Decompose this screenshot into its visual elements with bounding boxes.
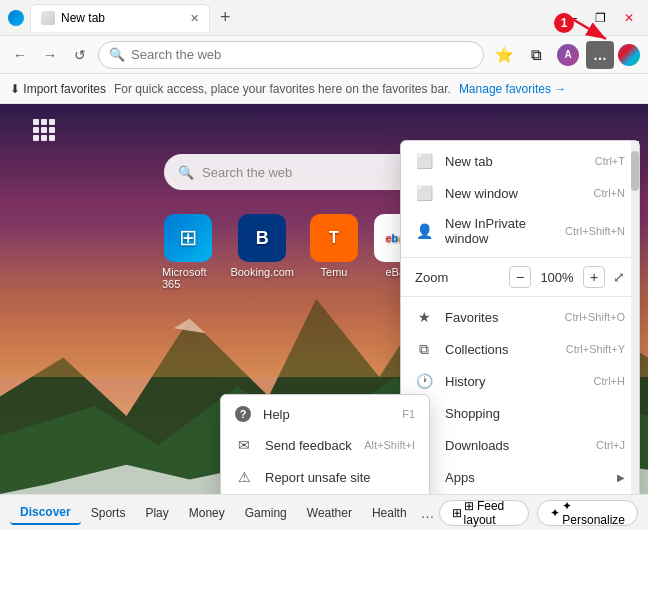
zoom-in-button[interactable]: + [583,266,605,288]
play-label: Play [145,506,168,520]
refresh-button[interactable]: ↺ [68,43,92,67]
submenu-item-help[interactable]: ? Help F1 [221,399,429,429]
search-box-placeholder: Search the web [202,165,292,180]
menu-item-downloads[interactable]: ⬇ Downloads Ctrl+J [401,429,639,461]
app-icon-microsoft365: ⊞ [164,214,212,262]
bottom-nav-health[interactable]: Health [362,502,417,524]
submenu-item-whats-new[interactable]: ✦ What's new and tips [221,493,429,494]
back-button[interactable]: ← [8,43,32,67]
submenu-label-report-unsafe: Report unsafe site [265,470,371,485]
more-button[interactable]: … [586,41,614,69]
zoom-out-button[interactable]: − [509,266,531,288]
active-tab[interactable]: New tab ✕ [30,4,210,32]
forward-button[interactable]: → [38,43,62,67]
bottom-nav-gaming[interactable]: Gaming [235,502,297,524]
menu-scrollbar[interactable] [631,141,639,494]
favorites-button[interactable]: ⭐ [490,41,518,69]
shortcut-new-tab: Ctrl+T [595,155,625,167]
menu-label-inprivate: New InPrivate window [445,216,553,246]
bottom-nav-play[interactable]: Play [135,502,178,524]
menu-item-apps[interactable]: ⊞ Apps ▶ [401,461,639,493]
menu-item-history[interactable]: 🕐 History Ctrl+H [401,365,639,397]
zoom-controls: − 100% + ⤢ [509,266,625,288]
menu-divider-2 [401,296,639,297]
zoom-value: 100% [539,270,575,285]
weather-label: Weather [307,506,352,520]
menu-item-zoom: Zoom − 100% + ⤢ [401,262,639,292]
browser-logo [8,10,24,26]
app-icon-booking: B [238,214,286,262]
edge-color-button[interactable] [618,44,640,66]
search-box-icon: 🔍 [178,165,194,180]
apps-submenu-arrow: ▶ [617,472,625,483]
money-label: Money [189,506,225,520]
history-menu-icon: 🕐 [415,372,433,390]
feed-layout-label: ⊞ Feed layout [464,499,517,527]
bottom-nav-money[interactable]: Money [179,502,235,524]
menu-label-shopping: Shopping [445,406,500,421]
menu-item-extensions[interactable]: 🧩 Extensions [401,493,639,494]
app-temu[interactable]: T Temu [310,214,358,290]
help-feedback-submenu: ? Help F1 ✉ Send feedback Alt+Shift+I ⚠ … [220,394,430,494]
new-tab-icon: ⬜ [415,152,433,170]
app-label-temu: Temu [321,266,348,278]
shortcut-downloads: Ctrl+J [596,439,625,451]
shortcut-help: F1 [402,408,415,420]
close-window-button[interactable]: ✕ [618,11,640,25]
menu-label-new-window: New window [445,186,518,201]
bottom-nav-sports[interactable]: Sports [81,502,136,524]
favorites-menu-icon: ★ [415,308,433,326]
menu-item-shopping[interactable]: 🛍 Shopping [401,397,639,429]
menu-item-inprivate[interactable]: 👤 New InPrivate window Ctrl+Shift+N [401,209,639,253]
shortcut-collections: Ctrl+Shift+Y [566,343,625,355]
feed-layout-icon: ⊞ [452,506,462,520]
personalize-button[interactable]: ✦ ✦ Personalize [537,500,638,526]
gaming-label: Gaming [245,506,287,520]
bottom-nav-weather[interactable]: Weather [297,502,362,524]
feed-layout-button[interactable]: ⊞ ⊞ Feed layout [439,500,530,526]
menu-label-favorites: Favorites [445,310,498,325]
favorites-bar: ⬇ Import favorites For quick access, pla… [0,74,648,104]
address-input[interactable] [131,47,473,62]
submenu-label-help: Help [263,407,290,422]
shortcut-new-window: Ctrl+N [594,187,625,199]
more-button-wrapper: … 1 [586,41,614,69]
menu-item-new-window[interactable]: ⬜ New window Ctrl+N [401,177,639,209]
inprivate-icon: 👤 [415,222,433,240]
toolbar: ← → ↺ 🔍 ⭐ ⧉ A … 1 [0,36,648,74]
toolbar-actions: ⭐ ⧉ A … 1 [490,41,640,69]
bottom-action-buttons: ⊞ ⊞ Feed layout ✦ ✦ Personalize [439,500,638,526]
maximize-button[interactable]: ❐ [589,11,612,25]
waffle-menu-button[interactable] [30,116,58,144]
new-tab-button[interactable]: + [214,7,237,28]
collections-button[interactable]: ⧉ [522,41,550,69]
menu-item-favorites[interactable]: ★ Favorites Ctrl+Shift+O [401,301,639,333]
health-label: Health [372,506,407,520]
report-unsafe-icon: ⚠ [235,468,253,486]
title-bar: New tab ✕ + — ❐ ✕ [0,0,648,36]
menu-label-apps: Apps [445,470,475,485]
profile-button[interactable]: A [554,41,582,69]
favorites-bar-text: For quick access, place your favorites h… [114,82,451,96]
submenu-label-send-feedback: Send feedback [265,438,352,453]
app-microsoft365[interactable]: ⊞ Microsoft 365 [162,214,214,290]
main-context-menu: ⬜ New tab Ctrl+T ⬜ New window Ctrl+N 👤 N… [400,140,640,494]
app-label-booking: Booking.com [230,266,294,278]
import-favorites-button[interactable]: ⬇ Import favorites [10,82,106,96]
bottom-nav-discover[interactable]: Discover [10,501,81,525]
zoom-fullscreen-button[interactable]: ⤢ [613,269,625,285]
submenu-item-report-unsafe[interactable]: ⚠ Report unsafe site [221,461,429,493]
app-booking[interactable]: B Booking.com [230,214,294,290]
tab-title: New tab [61,11,105,25]
menu-item-collections[interactable]: ⧉ Collections Ctrl+Shift+Y [401,333,639,365]
sports-label: Sports [91,506,126,520]
manage-favorites-link[interactable]: Manage favorites → [459,82,566,96]
address-bar[interactable]: 🔍 [98,41,484,69]
bottom-nav-more-button[interactable]: … [417,500,439,526]
profile-avatar: A [557,44,579,66]
menu-item-new-tab[interactable]: ⬜ New tab Ctrl+T [401,145,639,177]
search-icon: 🔍 [109,47,125,62]
submenu-item-send-feedback[interactable]: ✉ Send feedback Alt+Shift+I [221,429,429,461]
menu-label-new-tab: New tab [445,154,493,169]
tab-close-button[interactable]: ✕ [190,12,199,25]
